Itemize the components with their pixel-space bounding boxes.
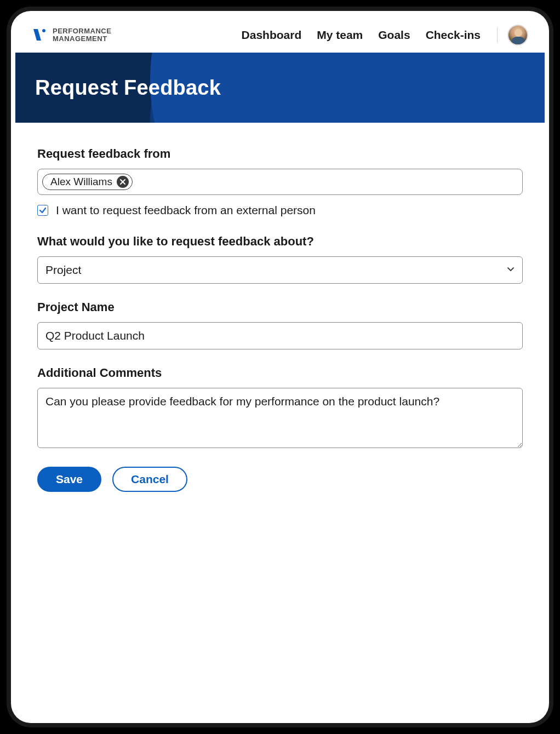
section-comments: Additional Comments — [37, 366, 523, 450]
feedback-from-input[interactable]: Alex Williams — [37, 169, 523, 195]
nav-goals[interactable]: Goals — [378, 28, 410, 42]
person-chip: Alex Williams — [42, 174, 133, 190]
brand-line2: MANAGEMENT — [53, 35, 111, 43]
section-feedback-from: Request feedback from Alex Williams — [37, 147, 523, 217]
remove-chip-button[interactable] — [117, 176, 129, 188]
project-name-input[interactable] — [37, 322, 523, 349]
topic-select-wrap: Project — [37, 256, 523, 284]
device-frame: PERFORMANCE MANAGEMENT Dashboard My team… — [11, 11, 549, 723]
cancel-button[interactable]: Cancel — [112, 467, 187, 492]
brand[interactable]: PERFORMANCE MANAGEMENT — [32, 27, 111, 43]
external-checkbox-label: I want to request feedback from an exter… — [56, 204, 316, 217]
app-screen: PERFORMANCE MANAGEMENT Dashboard My team… — [15, 15, 545, 719]
external-checkbox-row: I want to request feedback from an exter… — [37, 204, 523, 217]
comments-textarea[interactable] — [37, 388, 523, 448]
nav-divider — [497, 27, 498, 43]
external-checkbox[interactable] — [37, 205, 48, 216]
top-bar: PERFORMANCE MANAGEMENT Dashboard My team… — [15, 15, 545, 53]
button-row: Save Cancel — [37, 467, 523, 492]
user-avatar[interactable] — [507, 25, 528, 45]
save-button[interactable]: Save — [37, 467, 101, 492]
brand-text: PERFORMANCE MANAGEMENT — [53, 27, 111, 42]
topic-select[interactable]: Project — [37, 256, 523, 284]
feedback-from-label: Request feedback from — [37, 147, 523, 161]
brand-line1: PERFORMANCE — [53, 27, 111, 35]
topic-select-value: Project — [45, 263, 81, 276]
section-topic: What would you like to request feedback … — [37, 234, 523, 284]
check-icon — [39, 207, 47, 214]
person-chip-name: Alex Williams — [50, 176, 112, 188]
close-icon — [119, 179, 126, 185]
page-hero: Request Feedback — [15, 53, 545, 123]
page-title: Request Feedback — [35, 76, 221, 100]
topic-label: What would you like to request feedback … — [37, 234, 523, 249]
comments-label: Additional Comments — [37, 366, 523, 380]
nav-my-team[interactable]: My team — [317, 28, 363, 42]
svg-point-0 — [42, 29, 45, 32]
project-name-label: Project Name — [37, 300, 523, 314]
nav-checkins[interactable]: Check-ins — [426, 28, 481, 42]
brand-logo-icon — [32, 27, 47, 43]
main-nav: Dashboard My team Goals Check-ins — [242, 28, 481, 42]
nav-dashboard[interactable]: Dashboard — [242, 28, 302, 42]
section-project-name: Project Name — [37, 300, 523, 349]
form-content: Request feedback from Alex Williams — [15, 123, 545, 719]
